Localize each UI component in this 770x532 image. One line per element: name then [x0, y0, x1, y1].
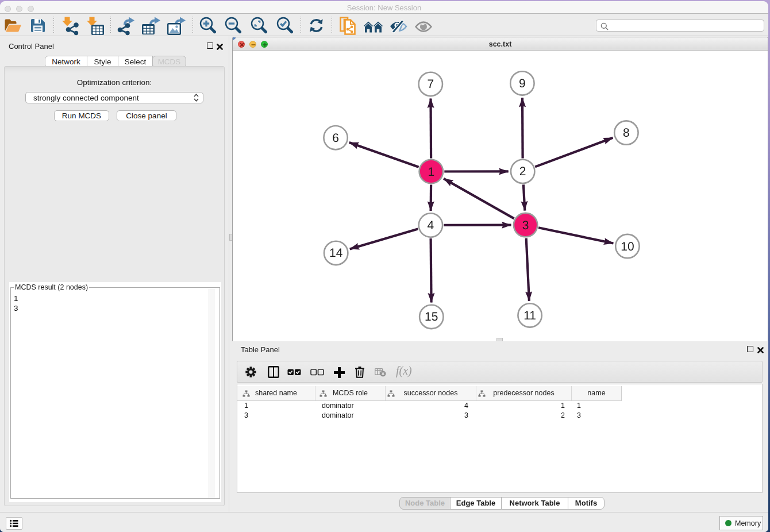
svg-text:3: 3: [522, 219, 529, 232]
svg-text:11: 11: [523, 309, 536, 322]
svg-text:14: 14: [329, 246, 343, 260]
svg-text:8: 8: [623, 126, 630, 140]
svg-text:1: 1: [428, 165, 434, 179]
svg-text:7: 7: [427, 78, 434, 91]
svg-text:10: 10: [621, 240, 634, 253]
svg-text:9: 9: [519, 77, 526, 90]
svg-text:6: 6: [332, 132, 339, 145]
svg-text:2: 2: [519, 165, 526, 178]
svg-text:4: 4: [428, 219, 434, 232]
svg-text:15: 15: [425, 310, 438, 323]
